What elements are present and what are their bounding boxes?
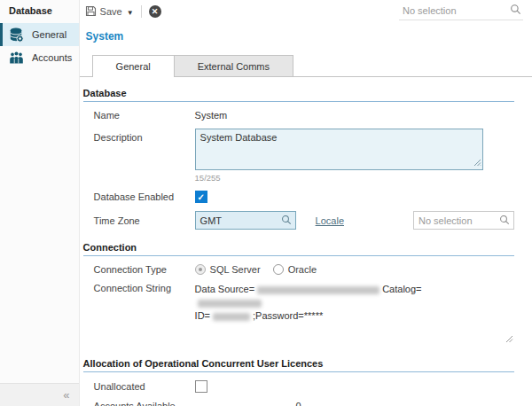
sidebar-item-label: Accounts <box>32 52 72 63</box>
connection-type-label: Connection Type <box>94 264 195 275</box>
selected-accent-bar <box>0 23 3 46</box>
section-header-connection: Connection <box>83 242 514 256</box>
radio-sql-server[interactable]: SQL Server <box>195 264 261 275</box>
sidebar-item-accounts[interactable]: Accounts <box>0 46 79 69</box>
database-gear-icon <box>8 27 24 43</box>
sidebar-header: Database <box>0 0 79 23</box>
collapse-sidebar-button[interactable]: « <box>63 388 69 402</box>
main-panel: Save ▼ ✕ No selection System General Ext… <box>80 0 532 406</box>
connection-string-value: Data Source=Catalog= ID=;Password=***** <box>195 283 483 323</box>
tab-external-comms[interactable]: External Comms <box>175 55 293 77</box>
database-enabled-row: Database Enabled ✓ <box>83 191 514 203</box>
section-header-allocation: Allocation of Operational Concurrent Use… <box>83 358 514 372</box>
toolbar-search-field[interactable]: No selection <box>399 3 523 20</box>
form-content: Database Name System Description System … <box>80 77 532 406</box>
radio-button-selected[interactable] <box>195 264 206 275</box>
accounts-available-value: 0 <box>195 401 301 406</box>
description-value: System Database <box>200 132 278 143</box>
section-header-database: Database <box>83 88 514 102</box>
timezone-row: Time Zone GMT Locale No selection <box>83 211 514 230</box>
connection-string-row: Connection String Data Source=Catalog= I… <box>83 283 514 323</box>
timezone-label: Time Zone <box>94 215 195 226</box>
description-textarea[interactable]: System Database <box>195 129 483 170</box>
save-button[interactable]: Save <box>85 5 122 19</box>
unallocated-label: Unallocated <box>94 381 195 392</box>
radio-button[interactable] <box>273 264 284 275</box>
sidebar-item-label: General <box>32 29 66 40</box>
unallocated-checkbox[interactable] <box>195 380 207 393</box>
resize-grip-icon[interactable] <box>473 158 481 168</box>
description-label: Description <box>94 129 195 143</box>
char-counter: 15/255 <box>195 173 483 183</box>
name-label: Name <box>94 110 195 121</box>
redacted-text <box>198 300 262 308</box>
tab-general[interactable]: General <box>92 55 175 77</box>
toolbar-search-placeholder: No selection <box>403 5 510 16</box>
database-enabled-checkbox[interactable]: ✓ <box>195 191 207 203</box>
sidebar-item-general[interactable]: General <box>0 23 79 46</box>
save-label: Save <box>100 6 122 17</box>
database-enabled-label: Database Enabled <box>94 191 195 202</box>
description-row: Description System Database 15/255 <box>83 129 514 183</box>
save-dropdown-arrow[interactable]: ▼ <box>127 9 134 17</box>
name-value: System <box>195 110 228 121</box>
close-button[interactable]: ✕ <box>149 5 161 18</box>
secondary-search-placeholder: No selection <box>419 215 499 226</box>
save-icon <box>85 5 97 19</box>
accounts-available-row: Accounts Available 0 <box>83 401 514 406</box>
toolbar: Save ▼ ✕ No selection <box>80 0 532 21</box>
timezone-search-field[interactable]: GMT <box>195 211 296 230</box>
radio-label: SQL Server <box>210 264 261 275</box>
sidebar-footer: « <box>0 383 79 406</box>
redacted-text <box>213 313 250 321</box>
sidebar: Database General <box>0 0 80 406</box>
locale-link[interactable]: Locale <box>316 215 344 226</box>
tab-bar: General External Comms <box>92 55 532 77</box>
timezone-value: GMT <box>200 215 281 226</box>
radio-oracle[interactable]: Oracle <box>273 264 317 275</box>
people-icon <box>8 50 24 66</box>
page-title: System <box>86 30 532 43</box>
app-window: Database General <box>0 0 532 406</box>
name-row: Name System <box>83 110 514 121</box>
search-icon <box>499 215 510 227</box>
connection-type-row: Connection Type SQL Server Oracle <box>83 264 514 275</box>
connection-string-label: Connection String <box>94 283 195 293</box>
toolbar-separator <box>141 5 142 18</box>
redacted-text <box>257 286 379 294</box>
accounts-available-label: Accounts Available <box>94 401 195 406</box>
secondary-search-field[interactable]: No selection <box>413 211 514 230</box>
unallocated-row: Unallocated <box>83 380 514 393</box>
resize-grip-icon[interactable] <box>505 334 513 345</box>
search-icon <box>281 215 292 227</box>
radio-label: Oracle <box>288 264 317 275</box>
search-icon <box>510 4 521 17</box>
